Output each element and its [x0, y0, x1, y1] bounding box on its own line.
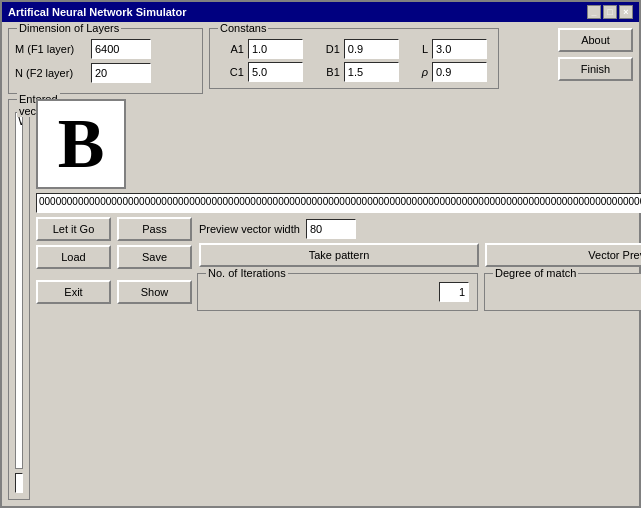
binary-row: 0000000000000000000000000000000000000000… — [36, 193, 641, 213]
vector-input[interactable] — [15, 473, 23, 493]
n-row: N (F2 layer) — [15, 63, 196, 83]
pass-button[interactable]: Pass — [117, 217, 192, 241]
take-preview-row: Take pattern Vector Preview — [199, 243, 641, 267]
content-area: Dimension of Layers M (F1 layer) N (F2 l… — [2, 22, 639, 506]
middle-area: Entered vectors B 0000000000000000000000… — [8, 99, 633, 500]
top-row: Dimension of Layers M (F1 layer) N (F2 l… — [8, 28, 633, 94]
l-label: L — [408, 43, 428, 55]
preview-top: B — [36, 99, 641, 189]
n-input[interactable] — [91, 63, 151, 83]
preview-width-input[interactable] — [306, 219, 356, 239]
action-row-1: Let it Go Pass Load Save Preview vector … — [36, 217, 641, 269]
constants-group: Constans A1 D1 L C1 B1 ρ — [209, 28, 499, 89]
vectors-group: Entered vectors — [8, 99, 30, 500]
right-action-controls: Preview vector width Take pattern Vector… — [199, 219, 641, 267]
a1-input[interactable] — [248, 39, 303, 59]
btn-row-2: Load Save — [36, 245, 191, 269]
take-pattern-button[interactable]: Take pattern — [199, 243, 479, 267]
bottom-row: Exit Show No. of Iterations Degree of ma… — [36, 273, 641, 311]
degree-label: Degree of match — [493, 267, 578, 279]
vector-preview-button[interactable]: Vector Preview — [485, 243, 641, 267]
dimensions-label: Dimension of Layers — [17, 22, 121, 34]
title-bar-buttons: _ □ × — [587, 5, 633, 19]
close-button[interactable]: × — [619, 5, 633, 19]
dimensions-group: Dimension of Layers M (F1 layer) N (F2 l… — [8, 28, 203, 94]
m-row: M (F1 layer) — [15, 39, 196, 59]
iterations-group: No. of Iterations — [197, 273, 478, 311]
constants-label: Constans — [218, 22, 268, 34]
m-label: M (F1 layer) — [15, 43, 87, 55]
title-bar: Artifical Neural Network Simulator _ □ × — [2, 2, 639, 22]
let-it-go-button[interactable]: Let it Go — [36, 217, 111, 241]
n-label: N (F2 layer) — [15, 67, 87, 79]
m-input[interactable] — [91, 39, 151, 59]
finish-button[interactable]: Finish — [558, 57, 633, 81]
degree-group: Degree of match — [484, 273, 641, 311]
c1-label: C1 — [216, 66, 244, 78]
b1-label: B1 — [312, 66, 340, 78]
vectors-textarea[interactable] — [15, 112, 23, 469]
exit-show-buttons: Exit Show — [36, 280, 191, 304]
a1-label: A1 — [216, 43, 244, 55]
d1-label: D1 — [312, 43, 340, 55]
d1-input[interactable] — [344, 39, 399, 59]
l-input[interactable] — [432, 39, 487, 59]
preview-width-row: Preview vector width — [199, 219, 641, 239]
iterations-input[interactable] — [439, 282, 469, 302]
save-button[interactable]: Save — [117, 245, 192, 269]
maximize-button[interactable]: □ — [603, 5, 617, 19]
right-panel: B 00000000000000000000000000000000000000… — [36, 99, 641, 500]
minimize-button[interactable]: _ — [587, 5, 601, 19]
rho-input[interactable] — [432, 62, 487, 82]
constants-grid: A1 D1 L C1 B1 ρ — [216, 39, 492, 82]
preview-width-label: Preview vector width — [199, 223, 300, 235]
exit-button[interactable]: Exit — [36, 280, 111, 304]
load-button[interactable]: Load — [36, 245, 111, 269]
b1-input[interactable] — [344, 62, 399, 82]
show-button[interactable]: Show — [117, 280, 192, 304]
main-window: Artifical Neural Network Simulator _ □ ×… — [0, 0, 641, 508]
btn-row-1: Let it Go Pass — [36, 217, 191, 241]
about-finish-group: About Finish — [558, 28, 633, 81]
iterations-label: No. of Iterations — [206, 267, 288, 279]
pattern-preview: B — [36, 99, 126, 189]
about-button[interactable]: About — [558, 28, 633, 52]
rho-label: ρ — [408, 66, 428, 78]
window-title: Artifical Neural Network Simulator — [8, 6, 187, 18]
left-action-buttons: Let it Go Pass Load Save — [36, 217, 191, 269]
pattern-letter: B — [58, 109, 105, 179]
c1-input[interactable] — [248, 62, 303, 82]
